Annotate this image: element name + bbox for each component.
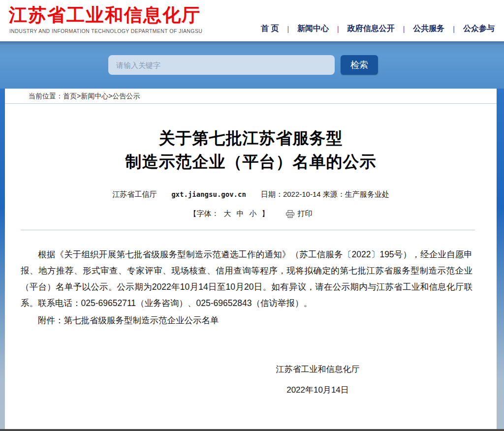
divider [21, 230, 475, 230]
font-size-medium-button[interactable]: 中 [237, 209, 244, 218]
page-title-line2: 制造示范企业（平台）名单的公示 [126, 153, 377, 171]
content-panel: 当前位置： 首页>新闻中心>公告公示 关于第七批江苏省服务型 制造示范企业（平台… [5, 89, 497, 429]
signature-date: 2022年10月14日 [72, 380, 504, 400]
site-logo[interactable]: 江苏省工业和信息化厅 [9, 3, 201, 28]
site-logo-subtitle: INDUSTRY AND INFORMATION TECHNOLOGY DEPA… [9, 28, 202, 34]
meta-site-url: gxt.jiangsu.gov.cn [171, 190, 246, 198]
nav-item-public-service[interactable]: 公共服务 [413, 24, 444, 34]
nav-separator: | [337, 25, 339, 33]
main-nav: 首 页 | 新闻中心 | 政府信息公开 | 公共服务 | 公众参与 [261, 24, 495, 34]
attachment-line: 附件：第七批省级服务型制造示范企业公示名单 [21, 312, 472, 329]
font-size-large-button[interactable]: 大 [224, 209, 231, 218]
printer-icon [286, 210, 294, 218]
article-body: 根据《关于组织开展第七批省级服务型制造示范遴选工作的通知》（苏工信服务〔2022… [21, 246, 472, 329]
nav-item-news[interactable]: 新闻中心 [297, 24, 329, 34]
print-button[interactable]: 打印 [286, 209, 313, 218]
banner: 检索 [0, 41, 504, 89]
font-size-suffix: 】 [262, 209, 269, 218]
search-input[interactable] [108, 55, 335, 75]
font-size-controls: 大 中 小 [224, 209, 257, 218]
meta-source-dept: 江苏省工信厅 [112, 190, 157, 199]
site-header: 江苏省工业和信息化厅 INDUSTRY AND INFORMATION TECH… [0, 0, 504, 41]
search-bar: 检索 [0, 55, 378, 75]
article-meta: 江苏省工信厅 gxt.jiangsu.gov.cn 日期：2022-10-14 … [5, 190, 497, 199]
page-title-line1: 关于第七批江苏省服务型 [159, 129, 343, 147]
font-size-prefix: 【字体： [189, 209, 219, 218]
nav-item-gov-info[interactable]: 政府信息公开 [347, 24, 395, 34]
article-paragraph: 根据《关于组织开展第七批省级服务型制造示范遴选工作的通知》（苏工信服务〔2022… [21, 246, 472, 311]
search-button[interactable]: 检索 [341, 55, 378, 75]
print-label: 打印 [298, 209, 313, 218]
font-size-small-button[interactable]: 小 [250, 209, 257, 218]
breadcrumb: 当前位置： 首页>新闻中心>公告公示 [5, 89, 497, 104]
nav-separator: | [287, 25, 289, 33]
meta-date-source: 日期：2022-10-14 来源：生产服务业处 [261, 190, 389, 199]
nav-item-public-participation[interactable]: 公众参与 [463, 24, 495, 34]
nav-separator: | [403, 25, 405, 33]
signature-block: 江苏省工业和信息化厅 2022年10月14日 [72, 359, 504, 400]
page-title: 关于第七批江苏省服务型 制造示范企业（平台）名单的公示 [5, 126, 497, 174]
nav-separator: | [453, 25, 455, 33]
article-toolbar: 【字体： 大 中 小 】 打印 [5, 209, 497, 218]
signature-name: 江苏省工业和信息化厅 [72, 359, 504, 380]
breadcrumb-path[interactable]: 首页>新闻中心>公告公示 [63, 92, 140, 101]
bottom-strip [0, 429, 504, 431]
breadcrumb-label: 当前位置： [29, 92, 63, 101]
nav-item-home[interactable]: 首 页 [261, 24, 279, 34]
